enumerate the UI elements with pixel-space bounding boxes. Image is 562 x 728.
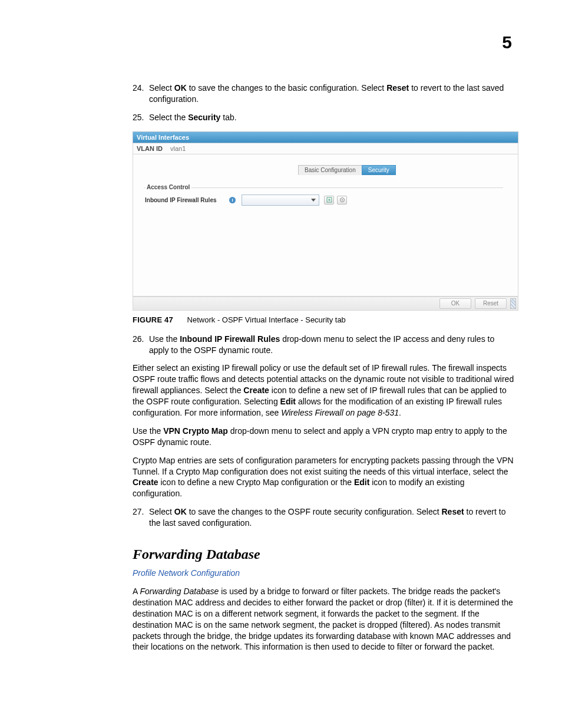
tab-basic-configuration[interactable]: Basic Configuration	[298, 165, 362, 175]
section-body: A Forwarding Database is used by a bridg…	[133, 586, 515, 653]
edit-icon[interactable]	[337, 196, 347, 205]
step-25: 25. Select the Security tab.	[133, 112, 515, 123]
panel-body: Basic Configuration Security Access Cont…	[133, 154, 518, 297]
vlan-id-value: vlan1	[170, 145, 186, 152]
step-26: 26. Use the Inbound IP Firewall Rules dr…	[133, 334, 515, 356]
screenshot-figure: Virtual Interfaces VLAN ID vlan1 Basic C…	[133, 131, 518, 311]
firewall-rules-label: Inbound IP Firewall Rules	[145, 197, 227, 203]
page-number: 5	[502, 32, 512, 52]
step-text: Select OK to save the changes to the bas…	[149, 83, 515, 105]
firewall-rules-dropdown[interactable]	[242, 195, 319, 206]
profile-network-configuration-link[interactable]: Profile Network Configuration	[133, 568, 515, 578]
step-text: Select the Security tab.	[149, 112, 515, 123]
vlan-id-label: VLAN ID	[137, 145, 163, 152]
paragraph: Either select an existing IP firewall po…	[133, 363, 515, 418]
fieldset-divider	[144, 187, 503, 188]
paragraph: Crypto Map entries are sets of configura…	[133, 455, 515, 500]
create-icon[interactable]	[324, 196, 334, 205]
panel-header: Virtual Interfaces	[133, 131, 518, 143]
svg-point-2	[342, 199, 343, 200]
figure-caption: FIGURE 47 Network - OSPF Virtual Interfa…	[133, 315, 515, 324]
paragraph: Use the VPN Crypto Map drop-down menu to…	[133, 426, 515, 448]
reset-button[interactable]: Reset	[475, 298, 507, 309]
resize-grip-icon[interactable]	[510, 298, 516, 309]
fieldset-label: Access Control	[145, 184, 191, 190]
step-number: 27.	[133, 506, 149, 529]
step-number: 25.	[133, 112, 149, 123]
tab-bar: Basic Configuration Security	[298, 165, 395, 175]
step-text: Use the Inbound IP Firewall Rules drop-d…	[149, 334, 515, 356]
tab-security[interactable]: Security	[362, 165, 396, 175]
panel-footer: OK Reset	[133, 297, 518, 311]
vlan-row: VLAN ID vlan1	[133, 143, 518, 154]
step-number: 24.	[133, 83, 149, 105]
step-number: 26.	[133, 334, 149, 356]
info-icon[interactable]: i	[229, 197, 236, 203]
step-text: Select OK to save the changes to the OSP…	[149, 506, 515, 529]
figure-label: FIGURE 47	[133, 315, 173, 324]
step-27: 27. Select OK to save the changes to the…	[133, 506, 515, 529]
figure-title: Network - OSPF Virtual Interface - Secur…	[187, 315, 346, 324]
section-heading: Forwarding Database	[133, 546, 515, 562]
step-24: 24. Select OK to save the changes to the…	[133, 83, 515, 105]
ok-button[interactable]: OK	[439, 298, 471, 309]
firewall-rules-row: Inbound IP Firewall Rules i	[145, 195, 503, 206]
